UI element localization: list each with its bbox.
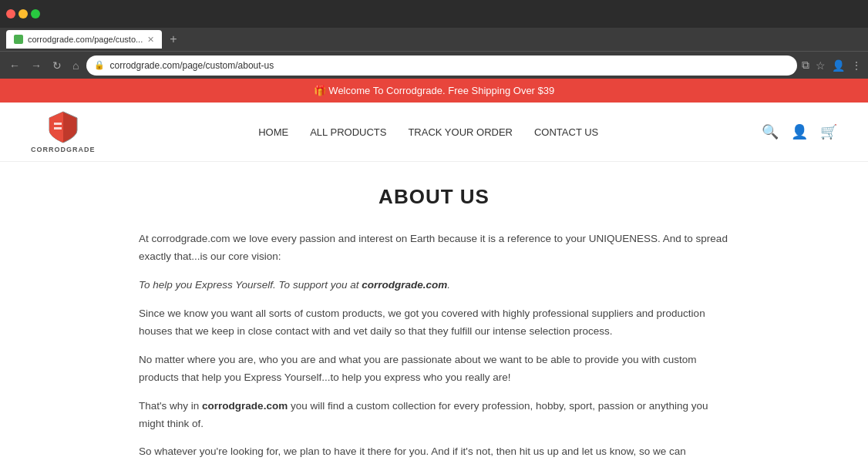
content-paragraph-4: No matter where you are, who you are and…	[139, 351, 729, 387]
browser-toolbar-icons: ⧉ ☆ 👤 ⋮	[802, 59, 862, 72]
nav-home[interactable]: HOME	[258, 126, 288, 138]
profile-icon[interactable]: 👤	[832, 59, 845, 72]
svg-rect-0	[54, 123, 62, 125]
notification-text: 🎁 Welcome To Corrodgrade. Free Shipping …	[314, 85, 555, 96]
url-text: corrodgrade.com/page/custom/about-us	[109, 60, 274, 71]
page-title: ABOUT US	[139, 185, 729, 209]
paragraph-3-text: Since we know you want all sorts of cust…	[139, 308, 705, 337]
svg-rect-1	[54, 127, 62, 129]
window-close-btn[interactable]	[6, 9, 15, 18]
content-paragraph-2: To help you Express Yourself. To support…	[139, 277, 729, 294]
forward-button[interactable]: →	[28, 58, 45, 73]
search-icon[interactable]: 🔍	[762, 123, 779, 140]
main-content: ABOUT US At corrodgrade.com we love ever…	[0, 162, 868, 464]
header-icons: 🔍 👤 🛒	[762, 123, 837, 140]
home-button[interactable]: ⌂	[69, 58, 82, 73]
content-paragraph-5: That's why in corrodgrade.com you will f…	[139, 398, 729, 433]
menu-icon[interactable]: ⋮	[851, 59, 862, 72]
tab-bar: corrodgrade.com/page/custo... ✕ +	[0, 28, 868, 51]
nav-contact[interactable]: CONTACT US	[534, 126, 598, 138]
tab-favicon	[14, 35, 23, 44]
logo-area[interactable]: CORRODGRADE	[31, 110, 96, 153]
window-controls	[6, 9, 40, 18]
address-bar[interactable]: 🔒 corrodgrade.com/page/custom/about-us	[86, 55, 797, 76]
tab-title: corrodgrade.com/page/custo...	[28, 35, 143, 44]
content-paragraph-1: At corrodgrade.com we love every passion…	[139, 230, 729, 266]
account-icon[interactable]: 👤	[791, 123, 808, 140]
site-header: CORRODGRADE HOME ALL PRODUCTS TRACK YOUR…	[0, 103, 868, 162]
extensions-icon[interactable]: ⧉	[802, 59, 809, 72]
paragraph-4-text: No matter where you are, who you are and…	[139, 354, 696, 383]
window-maximize-btn[interactable]	[31, 9, 40, 18]
refresh-button[interactable]: ↻	[49, 58, 65, 73]
main-nav: HOME ALL PRODUCTS TRACK YOUR ORDER CONTA…	[258, 126, 598, 138]
new-tab-button[interactable]: +	[165, 32, 181, 46]
cart-icon[interactable]: 🛒	[820, 123, 837, 140]
brand-link-2: corrodgrade.com	[202, 400, 288, 412]
logo-text: CORRODGRADE	[31, 146, 96, 153]
logo-shield	[46, 110, 80, 144]
notification-bar: 🎁 Welcome To Corrodgrade. Free Shipping …	[0, 79, 868, 103]
lock-icon: 🔒	[94, 60, 105, 70]
paragraph-6-text: So whatever you're looking for, we plan …	[139, 446, 686, 464]
content-paragraph-3: Since we know you want all sorts of cust…	[139, 305, 729, 341]
tab-close-btn[interactable]: ✕	[147, 35, 154, 45]
content-paragraph-6: So whatever you're looking for, we plan …	[139, 443, 729, 464]
browser-chrome	[0, 0, 868, 28]
nav-track-order[interactable]: TRACK YOUR ORDER	[408, 126, 513, 138]
paragraph-1-text: At corrodgrade.com we love every passion…	[139, 233, 728, 262]
address-bar-row: ← → ↻ ⌂ 🔒 corrodgrade.com/page/custom/ab…	[0, 51, 868, 79]
back-button[interactable]: ←	[6, 58, 23, 73]
window-minimize-btn[interactable]	[19, 9, 28, 18]
active-tab[interactable]: corrodgrade.com/page/custo... ✕	[6, 30, 162, 49]
nav-all-products[interactable]: ALL PRODUCTS	[310, 126, 386, 138]
bookmark-icon[interactable]: ☆	[816, 59, 826, 72]
brand-link-1: corrodgrade.com	[362, 279, 447, 291]
